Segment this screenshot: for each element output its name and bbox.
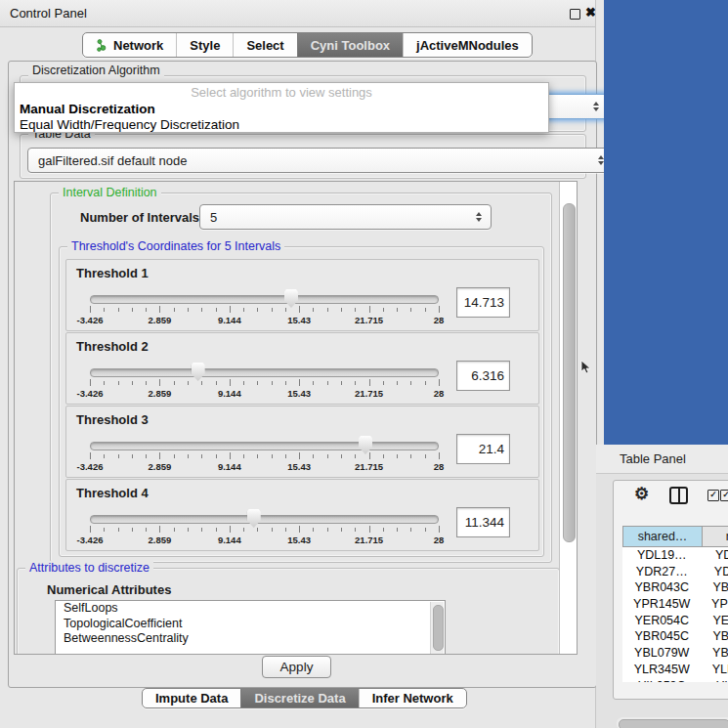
discretization-algorithm-label: Discretization Algorithm <box>28 64 164 77</box>
table-row[interactable]: YIL053CYIL053C <box>622 678 728 683</box>
tab-cyni-toolbox[interactable]: Cyni Toolbox <box>297 33 403 57</box>
checkbox-select-column-1-icon[interactable]: ✓ <box>707 490 719 501</box>
tick-label: 15.43 <box>287 388 311 399</box>
table-header: shared… name <box>622 526 728 547</box>
list-scrollbar-thumb[interactable] <box>433 605 444 651</box>
tab-discretize-data[interactable]: Discretize Data <box>240 689 358 707</box>
tab-select[interactable]: Select <box>233 33 296 57</box>
list-item-selfloops[interactable]: SelfLoops <box>56 601 445 617</box>
numerical-attributes-label: Numerical Attributes <box>47 582 171 597</box>
threshold-slider[interactable]: -3.4262.8599.14415.4321.71528 <box>90 364 439 402</box>
table-cell-shared-name[interactable]: YER054C <box>622 613 702 629</box>
list-scrollbar[interactable] <box>430 602 444 655</box>
table-row[interactable]: YBR045CYBR045C <box>622 628 728 645</box>
table-data-value: galFiltered.sif default node <box>38 153 187 168</box>
table-row[interactable]: YPR145WYPR145W <box>622 596 728 613</box>
slider-track[interactable] <box>90 515 439 524</box>
table-horizontal-scrollbar-thumb[interactable] <box>619 719 728 728</box>
tick-label: -3.426 <box>77 535 104 545</box>
table-cell-name[interactable]: YBL079W <box>702 645 728 662</box>
threshold-3-value-field[interactable]: 21.4 <box>456 434 510 464</box>
table-row[interactable]: YDR27…YDR27… <box>622 564 728 580</box>
table-cell-name[interactable]: YBR043C <box>702 579 728 596</box>
checkbox-select-column-2-icon[interactable]: ✓ <box>720 490 728 501</box>
threshold-panel-3: Threshold 3 -3.4262.8599.14415.4321.7152… <box>65 406 539 478</box>
threshold-2-value-field[interactable]: 6.316 <box>456 361 510 391</box>
table-panel-titlebar: Table Panel <box>596 445 728 474</box>
settings-scrollbar-thumb[interactable] <box>563 203 576 542</box>
numerical-attributes-list: SelfLoops TopologicalCoefficient Between… <box>55 600 446 655</box>
column-header-shared-name[interactable]: shared… <box>622 526 703 547</box>
settings-scrollbar[interactable] <box>559 182 577 654</box>
table-cell-shared-name[interactable]: YDR27… <box>622 564 702 580</box>
slider-tick-labels: -3.4262.8599.14415.4321.71528 <box>90 388 439 399</box>
dropdown-option-manual[interactable]: Manual Discretization <box>15 102 548 117</box>
tab-infer-network[interactable]: Infer Network <box>359 689 466 707</box>
table-row[interactable]: YDL19…YDL19… <box>622 547 728 564</box>
tick-label: 15.43 <box>287 535 311 545</box>
list-item-topologicalcoefficient[interactable]: TopologicalCoefficient <box>56 617 445 632</box>
table-cell-name[interactable]: YLR345W <box>702 662 728 678</box>
table-cell-shared-name[interactable]: YBL079W <box>622 645 702 662</box>
tab-label: jActiveMNodules <box>416 38 519 53</box>
threshold-3-label: Threshold 3 <box>76 412 149 427</box>
tick-label: -3.426 <box>77 461 104 472</box>
attributes-group-label: Attributes to discretize <box>25 561 153 575</box>
threshold-4-label: Threshold 4 <box>76 486 149 500</box>
thresholds-group: Threshold's Coordinates for 5 Intervals … <box>59 246 544 557</box>
table-cell-name[interactable]: YER054C <box>702 613 728 629</box>
tab-jactivemnodules[interactable]: jActiveMNodules <box>403 33 532 57</box>
table-body: YDL19…YDL19…YDR27…YDR27…YBR043CYBR043CYP… <box>622 547 728 682</box>
column-header-name[interactable]: name <box>703 526 728 547</box>
split-view-icon[interactable] <box>669 487 688 504</box>
table-cell-name[interactable]: YIL053C <box>702 678 728 683</box>
table-row[interactable]: YLR345WYLR345W <box>622 662 728 678</box>
table-horizontal-scrollbar[interactable] <box>617 717 728 728</box>
tab-label: Style <box>190 38 220 53</box>
tick-label: 2.859 <box>149 388 172 399</box>
network-window-frame[interactable]: GAL80 GA C GAL11 GAL4 GCY1 H HAP2 <box>604 0 728 445</box>
threshold-slider[interactable]: -3.4262.8599.14415.4321.71528 <box>90 291 439 328</box>
table-row[interactable]: YER054CYER054C <box>622 613 728 629</box>
slider-track[interactable] <box>90 442 439 450</box>
interval-definition-group: Interval Definition Number of Intervals … <box>50 193 552 563</box>
settings-gear-icon[interactable]: ⚙ <box>634 484 649 504</box>
threshold-slider[interactable]: -3.4262.8599.14415.4321.71528 <box>90 438 439 475</box>
table-row[interactable]: YBR043CYBR043C <box>622 579 728 596</box>
table-cell-shared-name[interactable]: YIL053C <box>622 678 702 683</box>
table-cell-shared-name[interactable]: YDL19… <box>622 547 702 564</box>
float-window-icon[interactable] <box>570 9 580 20</box>
attributes-group: Attributes to discretize Numerical Attri… <box>17 568 560 655</box>
table-cell-shared-name[interactable]: YBR043C <box>622 579 702 596</box>
slider-tick-labels: -3.4262.8599.14415.4321.71528 <box>90 315 439 325</box>
table-data-combobox[interactable]: galFiltered.sif default node <box>27 148 614 173</box>
table-cell-shared-name[interactable]: YLR345W <box>622 662 702 678</box>
tab-network[interactable]: Network <box>83 33 176 57</box>
list-item-betweennesscentrality[interactable]: BetweennessCentrality <box>56 631 445 647</box>
dropdown-option-equal-width[interactable]: Equal Width/Frequency Discretization <box>15 117 548 133</box>
table-panel-title: Table Panel <box>620 451 686 466</box>
table-cell-name[interactable]: YDL19… <box>702 547 728 564</box>
tick-label: 9.144 <box>218 388 241 399</box>
tab-impute-data[interactable]: Impute Data <box>143 689 240 707</box>
threshold-4-value-field[interactable]: 11.344 <box>456 507 510 537</box>
tick-label: 28 <box>434 388 445 399</box>
table-cell-name[interactable]: YPR145W <box>702 596 728 613</box>
slider-track[interactable] <box>90 295 439 304</box>
table-panel: Table Panel ⚙ ✓ ✓ shared… name YDL19…YDL… <box>596 445 728 728</box>
number-of-intervals-value: 5 <box>210 210 217 225</box>
threshold-slider[interactable]: -3.4262.8599.14415.4321.71528 <box>90 511 439 548</box>
tick-label: 21.715 <box>355 388 383 399</box>
table-cell-name[interactable]: YDR27… <box>702 564 728 580</box>
slider-track[interactable] <box>90 368 439 377</box>
tick-label: 2.859 <box>149 535 172 545</box>
table-row[interactable]: YBL079WYBL079W <box>622 645 728 662</box>
cyni-bottom-tabbar: Impute Data Discretize Data Infer Networ… <box>142 688 467 708</box>
table-cell-shared-name[interactable]: YPR145W <box>622 596 702 613</box>
table-cell-name[interactable]: YBR045C <box>702 628 728 645</box>
number-of-intervals-combobox[interactable]: 5 <box>199 204 492 230</box>
threshold-1-value-field[interactable]: 14.713 <box>456 287 510 318</box>
tab-style[interactable]: Style <box>176 33 233 57</box>
apply-button[interactable]: Apply <box>262 656 331 678</box>
table-cell-shared-name[interactable]: YBR045C <box>622 628 702 645</box>
